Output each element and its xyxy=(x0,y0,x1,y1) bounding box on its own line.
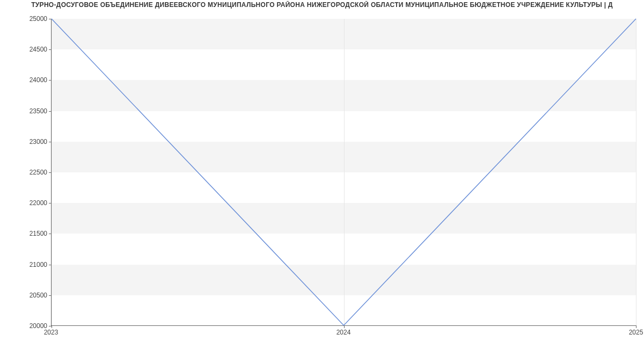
x-tick-label: 2023 xyxy=(44,329,58,336)
y-tick-label: 20000 xyxy=(4,323,47,329)
y-tick-label: 22500 xyxy=(4,169,47,176)
y-tick-label: 23000 xyxy=(4,139,47,145)
data-line xyxy=(52,19,636,325)
y-tick-label: 22000 xyxy=(4,200,47,206)
y-tick-label: 24000 xyxy=(4,77,47,83)
x-tick-mark xyxy=(344,325,345,328)
y-tick-label: 23500 xyxy=(4,108,47,114)
chart-title: ТУРНО-ДОСУГОВОЕ ОБЪЕДИНЕНИЕ ДИВЕЕВСКОГО … xyxy=(0,1,644,9)
grid-vline xyxy=(636,19,636,325)
x-tick-mark xyxy=(636,325,636,328)
y-tick-label: 21500 xyxy=(4,230,47,237)
x-tick-mark xyxy=(52,325,52,328)
y-tick-label: 24500 xyxy=(4,46,47,53)
chart-container: ТУРНО-ДОСУГОВОЕ ОБЪЕДИНЕНИЕ ДИВЕЕВСКОГО … xyxy=(0,0,644,349)
y-tick-label: 20500 xyxy=(4,292,47,299)
y-tick-label: 25000 xyxy=(4,16,47,22)
y-tick-label: 21000 xyxy=(4,261,47,268)
plot-area xyxy=(51,19,636,326)
x-tick-label: 2024 xyxy=(336,329,351,336)
x-tick-label: 2025 xyxy=(629,329,643,336)
